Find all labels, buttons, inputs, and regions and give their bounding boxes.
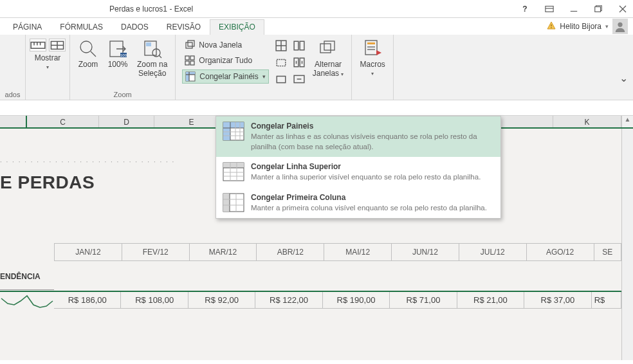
month-cell[interactable]: JUL/12: [459, 243, 527, 261]
chevron-down-icon: ▾: [371, 71, 374, 77]
group-macros: Macros ▾: [352, 35, 393, 100]
tab-dados[interactable]: DADOS: [112, 19, 158, 35]
ribbon-display-options[interactable]: [542, 3, 557, 15]
group-label-mostrar: [30, 89, 66, 98]
collapse-ribbon-button[interactable]: ⌄: [619, 72, 628, 84]
value-cell[interactable]: R$ 37,00: [524, 292, 591, 309]
value-cell[interactable]: R$ 71,00: [390, 292, 457, 309]
restore-button[interactable]: [591, 3, 606, 15]
ruler-toggle-icon[interactable]: [30, 39, 46, 51]
hide-button[interactable]: [275, 57, 287, 68]
select-all-corner[interactable]: [0, 116, 27, 127]
new-window-button[interactable]: Nova Janela: [182, 39, 268, 51]
scroll-up-arrow[interactable]: ▲: [621, 116, 633, 127]
col-header-d[interactable]: D: [99, 116, 154, 127]
month-cell[interactable]: MAR/12: [190, 243, 257, 261]
chevron-down-icon: ▾: [262, 73, 266, 80]
view-side-by-side-button[interactable]: [293, 40, 305, 51]
tendencia-row: ENDÊNCIA: [0, 272, 621, 290]
tab-revisao[interactable]: REVISÃO: [158, 19, 210, 35]
svg-line-24: [159, 55, 161, 58]
svg-rect-26: [188, 41, 194, 46]
freeze-first-column-icon: [223, 193, 244, 212]
freeze-first-column-option[interactable]: Congelar Primeira Coluna Manter a primei…: [216, 188, 500, 219]
gridlines-toggle-icon[interactable]: [49, 39, 66, 51]
svg-rect-70: [223, 194, 230, 212]
freeze-panes-menu: Congelar Paineis Manter as linhas e as c…: [216, 116, 501, 219]
minimize-button[interactable]: [566, 3, 582, 15]
group-zoom: Zoom 100 100% Zoom naSeleção Zoom: [70, 35, 176, 100]
month-cell[interactable]: JAN/12: [54, 243, 122, 261]
svg-point-8: [618, 23, 622, 27]
freeze-panes-option[interactable]: Congelar Paineis Manter as linhas e as c…: [216, 116, 500, 157]
svg-rect-0: [546, 6, 553, 12]
svg-rect-42: [300, 41, 304, 50]
freeze-top-row-icon: [223, 162, 244, 181]
value-cell[interactable]: R$ 122,00: [255, 292, 322, 309]
freeze-top-row-option[interactable]: Congelar Linha Superior Manter a linha s…: [216, 157, 500, 188]
tab-pagina[interactable]: PÁGINA: [4, 19, 51, 35]
value-cell[interactable]: R$ 108,00: [121, 292, 188, 309]
month-cell[interactable]: AGO/12: [527, 243, 594, 261]
vertical-scrollbar[interactable]: [621, 129, 633, 360]
month-cell[interactable]: JUN/12: [392, 243, 459, 261]
value-cell[interactable]: R$ 190,00: [323, 292, 390, 309]
svg-rect-49: [367, 42, 375, 44]
switch-windows-button[interactable]: AlternarJanelas ▾: [309, 37, 348, 80]
ribbon: ados Mostrar ▾ Zoom 100 100%: [0, 35, 633, 100]
month-cell[interactable]: SE: [594, 243, 622, 261]
window-title: Perdas e lucros1 - Excel: [109, 5, 193, 14]
svg-marker-52: [376, 50, 381, 55]
svg-rect-29: [185, 61, 189, 65]
value-cell[interactable]: R$: [592, 292, 621, 309]
group-label-zoom: Zoom: [74, 89, 171, 98]
macros-button[interactable]: Macros ▾: [356, 37, 389, 78]
group-label-macros: [356, 89, 389, 98]
sync-scroll-button[interactable]: [293, 57, 305, 68]
value-cell[interactable]: R$ 92,00: [188, 292, 255, 309]
svg-rect-3: [595, 6, 601, 12]
account-area[interactable]: Helito Bijora ▾: [547, 18, 628, 35]
svg-point-16: [80, 41, 92, 53]
col-header-c[interactable]: C: [27, 116, 99, 127]
svg-rect-46: [320, 44, 331, 53]
unhide-button[interactable]: [275, 73, 287, 85]
tendencia-label: ENDÊNCIA: [0, 272, 54, 290]
zoom-button[interactable]: Zoom: [74, 37, 102, 71]
arrange-all-button[interactable]: Organizar Tudo: [182, 54, 268, 67]
help-button[interactable]: ?: [517, 3, 533, 15]
group-views-partial: ados: [0, 35, 26, 100]
svg-text:100: 100: [120, 53, 127, 57]
svg-rect-40: [277, 77, 286, 83]
tab-formulas[interactable]: FÓRMULAS: [51, 19, 112, 35]
tab-exibicao[interactable]: EXIBIÇÃO: [210, 19, 264, 35]
warning-icon: [547, 21, 556, 32]
svg-rect-41: [294, 41, 298, 50]
svg-rect-30: [190, 61, 194, 65]
svg-rect-25: [186, 42, 192, 48]
scroll-up-icon[interactable]: [622, 129, 633, 139]
values-row: R$ 186,00 R$ 108,00 R$ 92,00 R$ 122,00 R…: [0, 291, 621, 309]
chevron-down-icon: ▾: [46, 64, 49, 70]
months-row: JAN/12 FEV/12 MAR/12 ABR/12 MAI/12 JUN/1…: [0, 243, 621, 261]
svg-rect-63: [223, 163, 244, 168]
month-cell[interactable]: ABR/12: [257, 243, 324, 261]
svg-rect-39: [277, 60, 286, 66]
group-label-window: [179, 89, 347, 98]
month-cell[interactable]: FEV/12: [122, 243, 190, 261]
month-cell[interactable]: MAI/12: [324, 243, 392, 261]
value-cell[interactable]: R$ 186,00: [54, 292, 121, 309]
reset-position-button[interactable]: [293, 73, 305, 85]
freeze-panes-button[interactable]: Congelar Painéis ▾: [182, 69, 268, 84]
svg-rect-27: [185, 56, 189, 60]
zoom-selection-button[interactable]: Zoom naSeleção: [133, 37, 171, 80]
close-button[interactable]: [615, 3, 630, 15]
title-bar: Perdas e lucros1 - Excel ?: [0, 0, 633, 18]
mostrar-button[interactable]: Mostrar ▾: [35, 54, 61, 70]
split-button[interactable]: [275, 40, 287, 51]
col-header-k[interactable]: K: [553, 116, 621, 127]
formula-bar[interactable]: [0, 100, 633, 116]
value-cell[interactable]: R$ 21,00: [457, 292, 524, 309]
zoom-100-button[interactable]: 100 100%: [104, 37, 132, 71]
group-mostrar: Mostrar ▾: [26, 35, 70, 100]
